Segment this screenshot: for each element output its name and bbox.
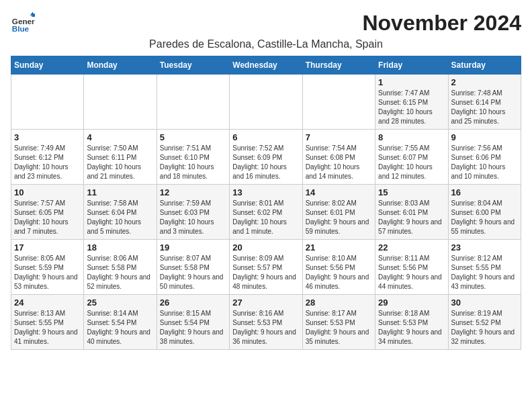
day-number: 18 xyxy=(87,242,153,253)
svg-text:Blue: Blue xyxy=(12,24,30,33)
day-number: 27 xyxy=(232,298,299,308)
day-number: 3 xyxy=(14,132,81,142)
day-info: Sunrise: 7:47 AMSunset: 6:15 PMDaylight:… xyxy=(378,89,445,126)
day-info: Sunrise: 8:15 AMSunset: 5:54 PMDaylight:… xyxy=(160,309,226,347)
day-info: Sunrise: 8:02 AMSunset: 6:01 PMDaylight:… xyxy=(306,199,372,236)
calendar-cell: 3Sunrise: 7:49 AMSunset: 6:12 PMDaylight… xyxy=(11,130,84,185)
calendar-week-3: 10Sunrise: 7:57 AMSunset: 6:05 PMDayligh… xyxy=(11,185,521,240)
day-info: Sunrise: 8:01 AMSunset: 6:02 PMDaylight:… xyxy=(232,199,299,236)
day-number: 11 xyxy=(87,187,153,197)
day-info: Sunrise: 8:06 AMSunset: 5:58 PMDaylight:… xyxy=(87,254,153,291)
day-info: Sunrise: 7:59 AMSunset: 6:03 PMDaylight:… xyxy=(160,199,226,236)
day-number: 28 xyxy=(306,298,372,308)
day-number: 7 xyxy=(306,132,372,142)
calendar-cell: 8Sunrise: 7:55 AMSunset: 6:07 PMDaylight… xyxy=(375,130,448,185)
calendar-cell: 19Sunrise: 8:07 AMSunset: 5:58 PMDayligh… xyxy=(157,240,229,295)
day-number: 21 xyxy=(306,242,372,253)
day-info: Sunrise: 7:52 AMSunset: 6:09 PMDaylight:… xyxy=(232,144,299,181)
calendar-cell: 29Sunrise: 8:18 AMSunset: 5:53 PMDayligh… xyxy=(375,295,448,350)
calendar-cell: 6Sunrise: 7:52 AMSunset: 6:09 PMDaylight… xyxy=(230,130,302,185)
day-number: 2 xyxy=(451,77,518,87)
calendar-cell: 2Sunrise: 7:48 AMSunset: 6:14 PMDaylight… xyxy=(448,75,521,130)
day-info: Sunrise: 8:19 AMSunset: 5:52 PMDaylight:… xyxy=(451,309,518,347)
page-header: General Blue November 2024 xyxy=(11,11,521,36)
day-header-thursday: Thursday xyxy=(302,56,375,75)
calendar-cell: 27Sunrise: 8:16 AMSunset: 5:53 PMDayligh… xyxy=(230,295,302,350)
calendar-cell: 28Sunrise: 8:17 AMSunset: 5:53 PMDayligh… xyxy=(302,295,375,350)
logo: General Blue xyxy=(11,11,36,35)
location-title: Paredes de Escalona, Castille-La Mancha,… xyxy=(11,38,521,50)
calendar-cell xyxy=(157,75,229,130)
calendar-cell: 14Sunrise: 8:02 AMSunset: 6:01 PMDayligh… xyxy=(302,185,375,240)
day-number: 24 xyxy=(14,298,81,308)
day-info: Sunrise: 8:04 AMSunset: 6:00 PMDaylight:… xyxy=(451,199,518,236)
calendar-cell: 20Sunrise: 8:09 AMSunset: 5:57 PMDayligh… xyxy=(230,240,302,295)
day-info: Sunrise: 8:11 AMSunset: 5:56 PMDaylight:… xyxy=(378,254,445,291)
month-title: November 2024 xyxy=(362,11,521,36)
calendar-week-1: 1Sunrise: 7:47 AMSunset: 6:15 PMDaylight… xyxy=(11,75,521,130)
day-info: Sunrise: 7:58 AMSunset: 6:04 PMDaylight:… xyxy=(87,199,153,236)
calendar-cell: 9Sunrise: 7:56 AMSunset: 6:06 PMDaylight… xyxy=(448,130,521,185)
day-info: Sunrise: 8:16 AMSunset: 5:53 PMDaylight:… xyxy=(232,309,299,347)
calendar-cell xyxy=(11,75,84,130)
calendar-cell: 22Sunrise: 8:11 AMSunset: 5:56 PMDayligh… xyxy=(375,240,448,295)
day-info: Sunrise: 8:14 AMSunset: 5:54 PMDaylight:… xyxy=(87,309,153,347)
day-header-sunday: Sunday xyxy=(11,56,84,75)
day-header-friday: Friday xyxy=(375,56,448,75)
day-info: Sunrise: 8:03 AMSunset: 6:01 PMDaylight:… xyxy=(378,199,445,236)
day-header-wednesday: Wednesday xyxy=(230,56,302,75)
day-info: Sunrise: 8:12 AMSunset: 5:55 PMDaylight:… xyxy=(451,254,518,291)
day-number: 25 xyxy=(87,298,153,308)
calendar-cell: 10Sunrise: 7:57 AMSunset: 6:05 PMDayligh… xyxy=(11,185,84,240)
calendar-cell: 15Sunrise: 8:03 AMSunset: 6:01 PMDayligh… xyxy=(375,185,448,240)
day-info: Sunrise: 8:07 AMSunset: 5:58 PMDaylight:… xyxy=(160,254,226,291)
calendar-cell: 16Sunrise: 8:04 AMSunset: 6:00 PMDayligh… xyxy=(448,185,521,240)
calendar-cell: 18Sunrise: 8:06 AMSunset: 5:58 PMDayligh… xyxy=(84,240,157,295)
day-header-saturday: Saturday xyxy=(448,56,521,75)
calendar-cell: 24Sunrise: 8:13 AMSunset: 5:55 PMDayligh… xyxy=(11,295,84,350)
day-header-tuesday: Tuesday xyxy=(157,56,229,75)
calendar-cell xyxy=(230,75,302,130)
day-info: Sunrise: 8:17 AMSunset: 5:53 PMDaylight:… xyxy=(306,309,372,347)
day-info: Sunrise: 7:49 AMSunset: 6:12 PMDaylight:… xyxy=(14,144,81,181)
day-number: 1 xyxy=(378,77,445,87)
day-number: 23 xyxy=(451,242,518,253)
calendar-header-row: SundayMondayTuesdayWednesdayThursdayFrid… xyxy=(11,56,521,75)
calendar-cell: 13Sunrise: 8:01 AMSunset: 6:02 PMDayligh… xyxy=(230,185,302,240)
day-number: 15 xyxy=(378,187,445,197)
day-number: 14 xyxy=(306,187,372,197)
day-header-monday: Monday xyxy=(84,56,157,75)
day-number: 29 xyxy=(378,298,445,308)
day-number: 5 xyxy=(160,132,226,142)
calendar-cell: 26Sunrise: 8:15 AMSunset: 5:54 PMDayligh… xyxy=(157,295,229,350)
logo-icon: General Blue xyxy=(11,11,35,35)
day-number: 19 xyxy=(160,242,226,253)
day-info: Sunrise: 8:05 AMSunset: 5:59 PMDaylight:… xyxy=(14,254,81,291)
day-number: 6 xyxy=(232,132,299,142)
day-info: Sunrise: 7:55 AMSunset: 6:07 PMDaylight:… xyxy=(378,144,445,181)
calendar-week-5: 24Sunrise: 8:13 AMSunset: 5:55 PMDayligh… xyxy=(11,295,521,350)
day-number: 12 xyxy=(160,187,226,197)
day-info: Sunrise: 7:50 AMSunset: 6:11 PMDaylight:… xyxy=(87,144,153,181)
calendar-cell xyxy=(84,75,157,130)
calendar-cell: 11Sunrise: 7:58 AMSunset: 6:04 PMDayligh… xyxy=(84,185,157,240)
calendar-week-2: 3Sunrise: 7:49 AMSunset: 6:12 PMDaylight… xyxy=(11,130,521,185)
calendar-week-4: 17Sunrise: 8:05 AMSunset: 5:59 PMDayligh… xyxy=(11,240,521,295)
day-info: Sunrise: 8:13 AMSunset: 5:55 PMDaylight:… xyxy=(14,309,81,347)
day-number: 16 xyxy=(451,187,518,197)
calendar-cell: 1Sunrise: 7:47 AMSunset: 6:15 PMDaylight… xyxy=(375,75,448,130)
day-info: Sunrise: 7:57 AMSunset: 6:05 PMDaylight:… xyxy=(14,199,81,236)
day-info: Sunrise: 7:54 AMSunset: 6:08 PMDaylight:… xyxy=(306,144,372,181)
calendar-cell: 23Sunrise: 8:12 AMSunset: 5:55 PMDayligh… xyxy=(448,240,521,295)
day-number: 9 xyxy=(451,132,518,142)
day-info: Sunrise: 8:18 AMSunset: 5:53 PMDaylight:… xyxy=(378,309,445,347)
day-number: 10 xyxy=(14,187,81,197)
calendar-cell xyxy=(302,75,375,130)
day-number: 30 xyxy=(451,298,518,308)
calendar-cell: 12Sunrise: 7:59 AMSunset: 6:03 PMDayligh… xyxy=(157,185,229,240)
day-info: Sunrise: 7:48 AMSunset: 6:14 PMDaylight:… xyxy=(451,89,518,126)
calendar-cell: 25Sunrise: 8:14 AMSunset: 5:54 PMDayligh… xyxy=(84,295,157,350)
day-number: 4 xyxy=(87,132,153,142)
day-number: 26 xyxy=(160,298,226,308)
day-info: Sunrise: 8:09 AMSunset: 5:57 PMDaylight:… xyxy=(232,254,299,291)
